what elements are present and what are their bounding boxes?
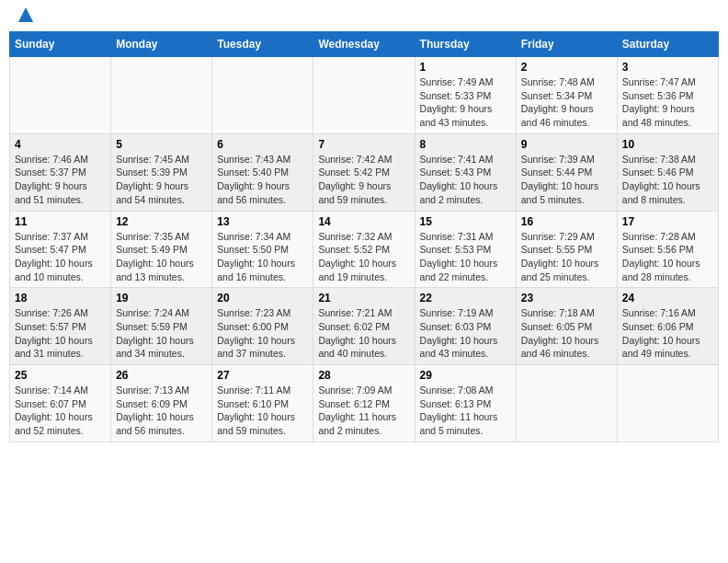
day-number: 12 <box>116 215 207 228</box>
day-info: Sunrise: 7:42 AMSunset: 5:42 PMDaylight:… <box>318 153 409 207</box>
day-cell: 10Sunrise: 7:38 AMSunset: 5:46 PMDayligh… <box>617 133 718 211</box>
week-row-5: 25Sunrise: 7:14 AMSunset: 6:07 PMDayligh… <box>10 365 719 442</box>
day-number: 19 <box>116 292 207 304</box>
day-number: 29 <box>420 369 511 382</box>
day-cell: 24Sunrise: 7:16 AMSunset: 6:06 PMDayligh… <box>617 288 718 365</box>
day-cell: 25Sunrise: 7:14 AMSunset: 6:07 PMDayligh… <box>10 365 111 442</box>
page-header <box>9 9 719 24</box>
day-info: Sunrise: 7:45 AMSunset: 5:39 PMDaylight:… <box>116 153 207 207</box>
day-cell: 16Sunrise: 7:29 AMSunset: 5:55 PMDayligh… <box>516 211 617 288</box>
day-info: Sunrise: 7:48 AMSunset: 5:34 PMDaylight:… <box>521 75 612 130</box>
day-cell: 28Sunrise: 7:09 AMSunset: 6:12 PMDayligh… <box>313 365 415 442</box>
day-cell: 3Sunrise: 7:47 AMSunset: 5:36 PMDaylight… <box>617 57 718 134</box>
day-number: 28 <box>318 369 409 382</box>
day-cell: 4Sunrise: 7:46 AMSunset: 5:37 PMDaylight… <box>10 133 111 211</box>
header-day-monday: Monday <box>111 32 212 57</box>
day-info: Sunrise: 7:18 AMSunset: 6:05 PMDaylight:… <box>521 306 612 361</box>
day-info: Sunrise: 7:21 AMSunset: 6:02 PMDaylight:… <box>318 306 409 361</box>
week-row-2: 4Sunrise: 7:46 AMSunset: 5:37 PMDaylight… <box>10 133 719 211</box>
day-number: 27 <box>217 369 308 382</box>
day-cell: 12Sunrise: 7:35 AMSunset: 5:49 PMDayligh… <box>111 211 212 288</box>
day-number: 11 <box>15 215 106 228</box>
day-info: Sunrise: 7:29 AMSunset: 5:55 PMDaylight:… <box>521 230 612 284</box>
day-number: 23 <box>521 292 612 304</box>
day-cell: 13Sunrise: 7:34 AMSunset: 5:50 PMDayligh… <box>212 211 313 288</box>
day-cell <box>10 57 111 134</box>
day-number: 16 <box>521 215 612 228</box>
day-cell: 23Sunrise: 7:18 AMSunset: 6:05 PMDayligh… <box>516 288 617 365</box>
day-cell <box>111 57 212 134</box>
day-info: Sunrise: 7:37 AMSunset: 5:47 PMDaylight:… <box>15 230 106 284</box>
day-info: Sunrise: 7:41 AMSunset: 5:43 PMDaylight:… <box>420 153 511 207</box>
day-cell: 6Sunrise: 7:43 AMSunset: 5:40 PMDaylight… <box>212 133 313 211</box>
day-info: Sunrise: 7:38 AMSunset: 5:46 PMDaylight:… <box>622 153 713 207</box>
day-cell: 17Sunrise: 7:28 AMSunset: 5:56 PMDayligh… <box>617 211 718 288</box>
day-number: 10 <box>622 138 713 151</box>
day-cell: 18Sunrise: 7:26 AMSunset: 5:57 PMDayligh… <box>10 288 111 365</box>
day-cell: 19Sunrise: 7:24 AMSunset: 5:59 PMDayligh… <box>111 288 212 365</box>
day-cell: 9Sunrise: 7:39 AMSunset: 5:44 PMDaylight… <box>516 133 617 211</box>
day-info: Sunrise: 7:14 AMSunset: 6:07 PMDaylight:… <box>15 384 106 438</box>
day-info: Sunrise: 7:13 AMSunset: 6:09 PMDaylight:… <box>116 384 207 438</box>
header-day-tuesday: Tuesday <box>212 32 313 57</box>
header-row: SundayMondayTuesdayWednesdayThursdayFrid… <box>10 32 719 57</box>
day-cell: 22Sunrise: 7:19 AMSunset: 6:03 PMDayligh… <box>415 288 516 365</box>
week-row-4: 18Sunrise: 7:26 AMSunset: 5:57 PMDayligh… <box>10 288 719 365</box>
day-cell: 5Sunrise: 7:45 AMSunset: 5:39 PMDaylight… <box>111 133 212 211</box>
day-info: Sunrise: 7:43 AMSunset: 5:40 PMDaylight:… <box>217 153 308 207</box>
day-info: Sunrise: 7:23 AMSunset: 6:00 PMDaylight:… <box>217 306 308 361</box>
day-number: 24 <box>622 292 713 304</box>
header-day-friday: Friday <box>516 32 617 57</box>
day-info: Sunrise: 7:28 AMSunset: 5:56 PMDaylight:… <box>622 230 713 284</box>
day-cell: 11Sunrise: 7:37 AMSunset: 5:47 PMDayligh… <box>10 211 111 288</box>
day-number: 5 <box>116 138 207 151</box>
header-day-sunday: Sunday <box>10 32 111 57</box>
calendar-table: SundayMondayTuesdayWednesdayThursdayFrid… <box>9 31 719 442</box>
day-cell: 14Sunrise: 7:32 AMSunset: 5:52 PMDayligh… <box>313 211 415 288</box>
day-cell: 20Sunrise: 7:23 AMSunset: 6:00 PMDayligh… <box>212 288 313 365</box>
day-info: Sunrise: 7:47 AMSunset: 5:36 PMDaylight:… <box>622 75 713 130</box>
day-cell: 26Sunrise: 7:13 AMSunset: 6:09 PMDayligh… <box>111 365 212 442</box>
day-number: 26 <box>116 369 207 382</box>
logo <box>13 13 35 24</box>
day-info: Sunrise: 7:49 AMSunset: 5:33 PMDaylight:… <box>420 75 511 130</box>
day-info: Sunrise: 7:08 AMSunset: 6:13 PMDaylight:… <box>420 384 511 438</box>
logo-text <box>13 13 35 24</box>
day-info: Sunrise: 7:46 AMSunset: 5:37 PMDaylight:… <box>15 153 106 207</box>
day-info: Sunrise: 7:11 AMSunset: 6:10 PMDaylight:… <box>217 384 308 438</box>
day-number: 14 <box>318 215 409 228</box>
day-cell: 8Sunrise: 7:41 AMSunset: 5:43 PMDaylight… <box>415 133 516 211</box>
day-number: 8 <box>420 138 511 151</box>
day-cell: 2Sunrise: 7:48 AMSunset: 5:34 PMDaylight… <box>516 57 617 134</box>
day-number: 6 <box>217 138 308 151</box>
day-number: 3 <box>622 61 713 74</box>
day-info: Sunrise: 7:35 AMSunset: 5:49 PMDaylight:… <box>116 230 207 284</box>
day-number: 9 <box>521 138 612 151</box>
day-cell: 29Sunrise: 7:08 AMSunset: 6:13 PMDayligh… <box>415 365 516 442</box>
day-info: Sunrise: 7:32 AMSunset: 5:52 PMDaylight:… <box>318 230 409 284</box>
day-info: Sunrise: 7:39 AMSunset: 5:44 PMDaylight:… <box>521 153 612 207</box>
day-cell <box>313 57 415 134</box>
day-cell <box>617 365 718 442</box>
day-cell <box>516 365 617 442</box>
day-number: 13 <box>217 215 308 228</box>
day-cell <box>212 57 313 134</box>
day-number: 15 <box>420 215 511 228</box>
calendar-body: 1Sunrise: 7:49 AMSunset: 5:33 PMDaylight… <box>10 57 719 442</box>
day-info: Sunrise: 7:09 AMSunset: 6:12 PMDaylight:… <box>318 384 409 438</box>
day-info: Sunrise: 7:24 AMSunset: 5:59 PMDaylight:… <box>116 306 207 361</box>
day-cell: 1Sunrise: 7:49 AMSunset: 5:33 PMDaylight… <box>415 57 516 134</box>
header-day-thursday: Thursday <box>415 32 516 57</box>
day-info: Sunrise: 7:26 AMSunset: 5:57 PMDaylight:… <box>15 306 106 361</box>
day-cell: 7Sunrise: 7:42 AMSunset: 5:42 PMDaylight… <box>313 133 415 211</box>
day-info: Sunrise: 7:19 AMSunset: 6:03 PMDaylight:… <box>420 306 511 361</box>
day-number: 7 <box>318 138 409 151</box>
day-cell: 15Sunrise: 7:31 AMSunset: 5:53 PMDayligh… <box>415 211 516 288</box>
week-row-1: 1Sunrise: 7:49 AMSunset: 5:33 PMDaylight… <box>10 57 719 134</box>
day-number: 21 <box>318 292 409 304</box>
day-number: 22 <box>420 292 511 304</box>
day-info: Sunrise: 7:31 AMSunset: 5:53 PMDaylight:… <box>420 230 511 284</box>
day-number: 4 <box>15 138 106 151</box>
header-day-saturday: Saturday <box>617 32 718 57</box>
logo-icon <box>17 6 35 24</box>
